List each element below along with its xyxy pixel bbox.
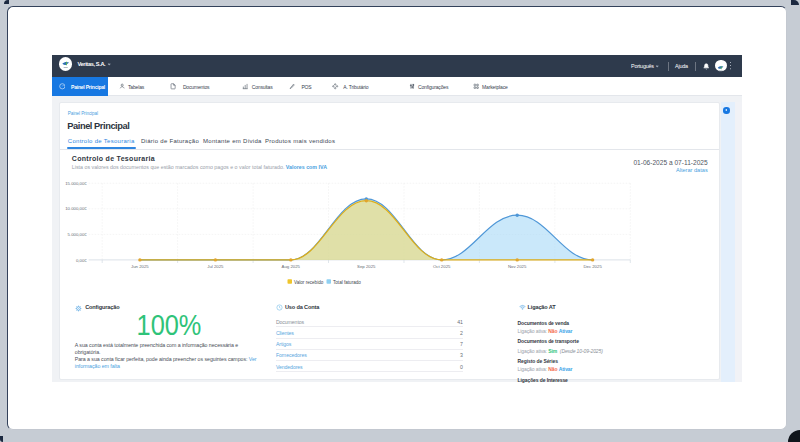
- svg-text:0,00€: 0,00€: [76, 257, 87, 262]
- svg-text:Total faturado: Total faturado: [333, 279, 361, 284]
- svg-text:15.000,00€: 15.000,00€: [65, 181, 87, 186]
- svg-text:Valor recebido: Valor recebido: [294, 279, 324, 284]
- svg-text:5.000,00€: 5.000,00€: [68, 232, 88, 237]
- svg-text:Nov 2025: Nov 2025: [508, 263, 527, 268]
- svg-text:Sep 2025: Sep 2025: [357, 263, 376, 268]
- svg-text:Jul 2025: Jul 2025: [208, 263, 225, 268]
- svg-text:Jun 2025: Jun 2025: [131, 263, 149, 268]
- svg-text:Aug 2025: Aug 2025: [282, 263, 301, 268]
- svg-text:10.000,00€: 10.000,00€: [65, 206, 87, 211]
- svg-text:Oct 2025: Oct 2025: [433, 263, 451, 268]
- svg-text:Dec 2025: Dec 2025: [584, 263, 603, 268]
